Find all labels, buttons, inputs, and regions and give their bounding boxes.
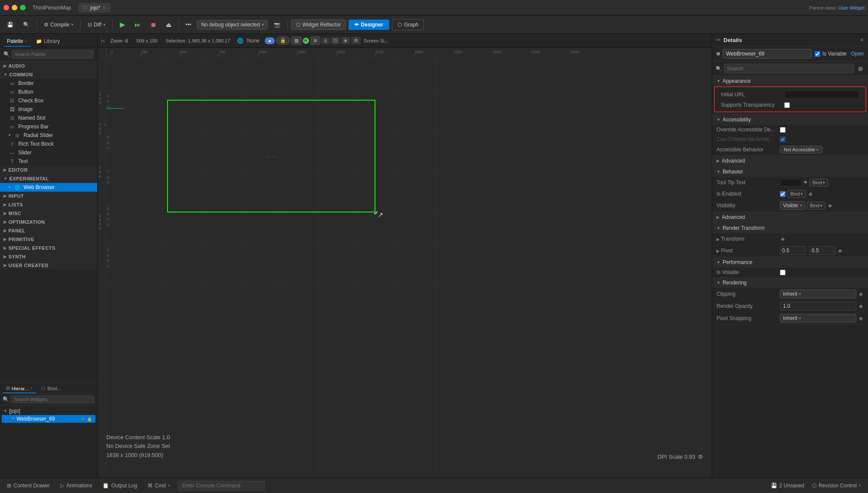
pivot-x-input[interactable]: [780, 246, 806, 255]
override-accessible-checkbox[interactable]: [780, 127, 786, 133]
rich-text-block-item[interactable]: T Rich Text Block: [0, 140, 97, 148]
console-command-input[interactable]: [178, 481, 265, 490]
visibility-icon[interactable]: 👁: [81, 417, 85, 421]
bind-tab[interactable]: ⬡ Bind...: [38, 384, 64, 393]
debug-object-selector[interactable]: No debug object selected ▾: [197, 20, 267, 29]
audio-section-header[interactable]: ▶ AUDIO: [0, 62, 97, 70]
performance-header[interactable]: ▼ Performance: [712, 257, 868, 268]
hierarchy-search-input[interactable]: [11, 395, 95, 403]
is-enabled-checkbox[interactable]: [780, 191, 786, 197]
web-browser-item[interactable]: • 🌐 Web Browser: [0, 183, 97, 192]
special-effects-section-header[interactable]: ▶ SPECIAL EFFECTS: [0, 244, 97, 252]
advanced-section-2-header[interactable]: ▶ Advanced: [712, 212, 868, 222]
visibility-pin[interactable]: ◈: [827, 202, 833, 209]
is-enabled-pin[interactable]: ◈: [808, 190, 813, 198]
rendering-header[interactable]: ▼ Rendering: [712, 278, 868, 288]
play-next-button[interactable]: ⏭: [131, 20, 144, 30]
initial-url-input[interactable]: [784, 91, 859, 98]
primitive-section-header[interactable]: ▶ PRIMITIVE: [0, 235, 97, 244]
progress-bar-item[interactable]: ▭ Progress Bar: [0, 122, 97, 131]
lists-section-header[interactable]: ▶ LISTS: [0, 200, 97, 209]
hierarchy-tab[interactable]: ⊞ Hierar... ×: [3, 384, 36, 393]
border-item[interactable]: ▭ Border: [0, 79, 97, 88]
close-traffic-light[interactable]: [3, 5, 9, 10]
play-button[interactable]: ▶: [116, 19, 128, 30]
details-view-button[interactable]: ▦: [856, 65, 865, 72]
text-item[interactable]: T Text: [0, 157, 97, 166]
hierarchy-child-item[interactable]: • WebBrowser_69 👁 🔒: [2, 415, 95, 423]
common-section-header[interactable]: ▼ COMMON: [0, 70, 97, 79]
hierarchy-root-item[interactable]: ▼ [jojo]: [0, 407, 97, 415]
render-transform-header[interactable]: ▼ Render Transform: [712, 223, 868, 233]
canvas-mode-btn-1[interactable]: ●: [265, 37, 275, 44]
resize-handle[interactable]: [373, 210, 377, 214]
maximize-traffic-light[interactable]: [20, 5, 26, 10]
behavior-section-header[interactable]: ▼ Behavior: [712, 167, 868, 177]
canvas-icon-btn3[interactable]: ⚙: [351, 37, 361, 44]
optimization-section-header[interactable]: ▶ OPTIMIZATION: [0, 218, 97, 226]
radial-slider-item[interactable]: • ◎ Radial Slider: [0, 131, 97, 140]
tab-close-button[interactable]: ×: [103, 5, 105, 10]
widget-name-input[interactable]: [723, 49, 812, 59]
render-opacity-input[interactable]: [780, 302, 856, 310]
eject-button[interactable]: ⏏: [162, 20, 175, 30]
palette-tab[interactable]: Palette ×: [3, 36, 31, 47]
canvas-viewport[interactable]: 0 250 500 750 1000 1250 1500 1750 2000 2…: [98, 48, 712, 477]
appearance-section-header[interactable]: ▼ Appearance: [712, 76, 868, 86]
unsaved-button[interactable]: 💾 2 Unsaved: [771, 483, 804, 489]
canvas-grid-btn[interactable]: ▦: [291, 36, 302, 45]
library-tab[interactable]: 📁 Library: [33, 36, 63, 47]
canvas-num-btn[interactable]: 4: [322, 37, 329, 44]
palette-tab-close[interactable]: ×: [25, 39, 27, 44]
visibility-bind-button[interactable]: Bind ▾: [807, 202, 825, 209]
canvas-lock-btn[interactable]: 🔒: [276, 36, 290, 45]
canvas-r-btn[interactable]: R: [303, 38, 309, 44]
stop-button[interactable]: ⏹: [147, 20, 160, 30]
tooltip-bind-button[interactable]: Bind ▾: [809, 179, 828, 186]
supports-transparency-checkbox[interactable]: [784, 102, 790, 108]
visibility-dropdown[interactable]: Visible ▾: [780, 201, 805, 210]
save-button[interactable]: 💾: [3, 20, 17, 29]
more-options-button[interactable]: •••: [182, 20, 195, 29]
details-search-input[interactable]: [724, 64, 854, 73]
named-slot-item[interactable]: ⊡ Named Slot: [0, 114, 97, 122]
animations-button[interactable]: ▷ Animations: [58, 481, 95, 490]
pixel-snapping-dropdown[interactable]: Inherit ▾: [780, 314, 856, 323]
button-item[interactable]: ▭ Button: [0, 88, 97, 96]
panel-section-header[interactable]: ▶ PANEL: [0, 226, 97, 235]
accessibility-section-header[interactable]: ▼ Accessibility: [712, 114, 868, 125]
canvas-icon-btn2[interactable]: ◈: [341, 37, 350, 44]
content-drawer-button[interactable]: ⊞ Content Drawer: [4, 481, 53, 490]
is-variable-checkbox[interactable]: [815, 51, 820, 57]
dpi-settings-icon[interactable]: ⚙: [698, 454, 703, 460]
lock-icon[interactable]: 🔒: [87, 417, 92, 421]
canvas-grid2-btn[interactable]: ⊞: [310, 36, 320, 45]
parent-class-link[interactable]: User Widget: [838, 5, 865, 10]
advanced-section-1-header[interactable]: ▶ Advanced: [712, 156, 868, 166]
pivot-pin[interactable]: ◈: [837, 247, 843, 255]
user-created-section-header[interactable]: ▶ USER CREATED: [0, 261, 97, 270]
graph-button[interactable]: ⬡ Graph: [392, 19, 424, 30]
is-variable-check[interactable]: Is Variable: [815, 51, 847, 57]
output-log-button[interactable]: 📋 Output Log: [100, 481, 139, 490]
can-children-checkbox[interactable]: [780, 137, 786, 142]
render-opacity-pin[interactable]: ◈: [858, 302, 864, 310]
browse-button[interactable]: 🔍: [20, 20, 33, 29]
cmd-button[interactable]: ⌘ Cmd ▾: [145, 481, 173, 490]
editor-section-header[interactable]: ▶ EDITOR: [0, 166, 97, 174]
image-item[interactable]: 🖼 Image: [0, 105, 97, 114]
misc-section-header[interactable]: ▶ MISC: [0, 209, 97, 218]
transform-pin[interactable]: ◈: [780, 235, 786, 243]
canvas-icon-btn1[interactable]: ⊡: [331, 37, 340, 44]
clipping-dropdown[interactable]: Inherit ▾: [780, 290, 856, 298]
details-close-button[interactable]: ×: [860, 36, 864, 43]
tooltip-text-input[interactable]: [780, 179, 802, 186]
diff-button[interactable]: ⊟ Diff ▾: [84, 20, 109, 29]
pivot-y-input[interactable]: [809, 246, 835, 255]
checkbox-item[interactable]: ☑ Check Box: [0, 96, 97, 105]
canvas-content[interactable]: 250 500 750 1000 1250: [106, 56, 712, 477]
is-volatile-checkbox[interactable]: [780, 270, 786, 275]
experimental-section-header[interactable]: ▼ EXPERIMENTAL: [0, 174, 97, 183]
palette-search-input[interactable]: [12, 50, 94, 59]
hierarchy-tab-close[interactable]: ×: [30, 386, 33, 391]
